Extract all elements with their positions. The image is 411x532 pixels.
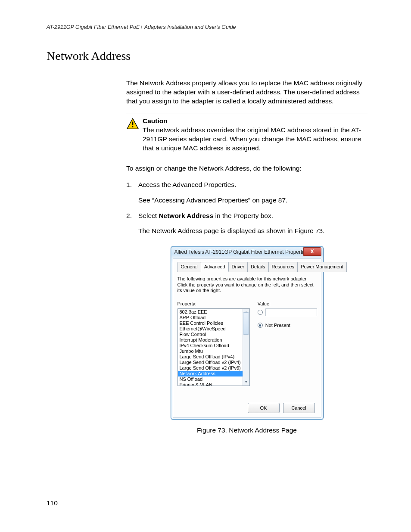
dialog-titlebar[interactable]: Allied Telesis AT-2911GP Gigabit Fiber E… — [171, 246, 323, 258]
caution-label: Caution — [143, 117, 168, 124]
tab-power-management[interactable]: Power Management — [297, 262, 346, 272]
figure-caption: Figure 73. Network Address Page — [126, 426, 367, 435]
property-label: Property: — [177, 301, 250, 307]
cancel-button[interactable]: Cancel — [283, 403, 315, 413]
list-item[interactable]: IPv4 Checksum Offload — [178, 343, 243, 348]
dialog-body: General Advanced Driver Details Resource… — [173, 258, 321, 418]
step-2-sub: The Network Address page is displayed as… — [138, 226, 367, 236]
dialog-title: Allied Telesis AT-2911GP Gigabit Fiber E… — [174, 249, 303, 255]
step-2-post: in the Property box. — [213, 212, 273, 219]
radio-icon[interactable] — [258, 310, 263, 315]
page-number: 110 — [47, 499, 58, 507]
list-item-selected[interactable]: Network Address — [178, 371, 243, 376]
list-item[interactable]: 802.3az EEE — [178, 309, 243, 315]
list-item[interactable]: Jumbo Mtu — [178, 348, 243, 354]
step-2: Select Network Address in the Property b… — [126, 211, 367, 236]
value-radio-custom[interactable] — [258, 308, 317, 316]
figure-wrap: Allied Telesis AT-2911GP Gigabit Fiber E… — [126, 246, 367, 435]
list-item[interactable]: ARP Offload — [178, 315, 243, 320]
list-item[interactable]: NS Offload — [178, 376, 243, 382]
step-1-text: Access the Advanced Properties. — [138, 181, 236, 188]
value-label: Value: — [258, 301, 317, 307]
close-button[interactable]: X — [303, 247, 321, 256]
section-rule — [47, 64, 367, 64]
tab-general[interactable]: General — [177, 262, 201, 272]
caution-text-wrap: Caution The network address overrides th… — [143, 117, 367, 153]
listbox-scrollbar[interactable]: ▲ ▼ — [243, 309, 249, 386]
steps-list: Access the Advanced Properties. See “Acc… — [126, 180, 367, 236]
intro-paragraph: The Network Address property allows you … — [126, 79, 367, 106]
property-list-inner: 802.3az EEE ARP Offload EEE Control Poli… — [178, 309, 243, 386]
property-listbox[interactable]: 802.3az EEE ARP Offload EEE Control Poli… — [177, 308, 250, 386]
scroll-down-icon[interactable]: ▼ — [243, 380, 249, 385]
properties-dialog: Allied Telesis AT-2911GP Gigabit Fiber E… — [171, 246, 324, 420]
list-item[interactable]: Flow Control — [178, 332, 243, 337]
step-1: Access the Advanced Properties. See “Acc… — [126, 180, 367, 205]
radio-icon[interactable] — [258, 323, 263, 328]
scroll-thumb[interactable] — [243, 312, 249, 335]
section-title: Network Address — [47, 49, 367, 63]
tab-driver[interactable]: Driver — [228, 262, 248, 272]
running-header: AT-2911GP Gigabit Fiber Ethernet PoE+ Ad… — [47, 24, 367, 30]
dialog-buttons: OK Cancel — [248, 403, 315, 413]
list-item[interactable]: Large Send Offload v2 (IPv6) — [178, 365, 243, 371]
dialog-tabs: General Advanced Driver Details Resource… — [177, 261, 317, 272]
tab-details[interactable]: Details — [247, 262, 269, 272]
dialog-description: The following properties are available f… — [177, 276, 317, 294]
value-radio-not-present[interactable]: Not Present — [258, 322, 317, 329]
ok-button[interactable]: OK — [248, 403, 280, 413]
tab-resources[interactable]: Resources — [268, 262, 298, 272]
step-2-bold: Network Address — [159, 212, 213, 219]
step-2-pre: Select — [138, 212, 159, 219]
list-item[interactable]: Interrupt Moderation — [178, 337, 243, 343]
value-input[interactable] — [265, 308, 317, 316]
svg-rect-1 — [132, 121, 134, 125]
list-item[interactable]: Large Send Offload (IPv4) — [178, 354, 243, 360]
caution-body: The network address overrides the origin… — [143, 126, 361, 152]
list-item[interactable]: Ethernet@WireSpeed — [178, 326, 243, 332]
body-column: The Network Address property allows you … — [126, 79, 367, 435]
list-item[interactable]: EEE Control Policies — [178, 320, 243, 326]
tab-advanced[interactable]: Advanced — [201, 262, 229, 272]
not-present-label: Not Present — [265, 322, 290, 329]
step-1-sub: See “Accessing Advanced Properties” on p… — [138, 196, 367, 205]
lead-in: To assign or change the Network Address,… — [126, 164, 367, 173]
list-item[interactable]: Priority & VLAN — [178, 382, 243, 386]
svg-rect-2 — [132, 126, 134, 127]
list-item[interactable]: Large Send Offload v2 (IPv4) — [178, 360, 243, 365]
caution-block: Caution The network address overrides th… — [126, 113, 367, 158]
warning-icon — [126, 118, 139, 130]
